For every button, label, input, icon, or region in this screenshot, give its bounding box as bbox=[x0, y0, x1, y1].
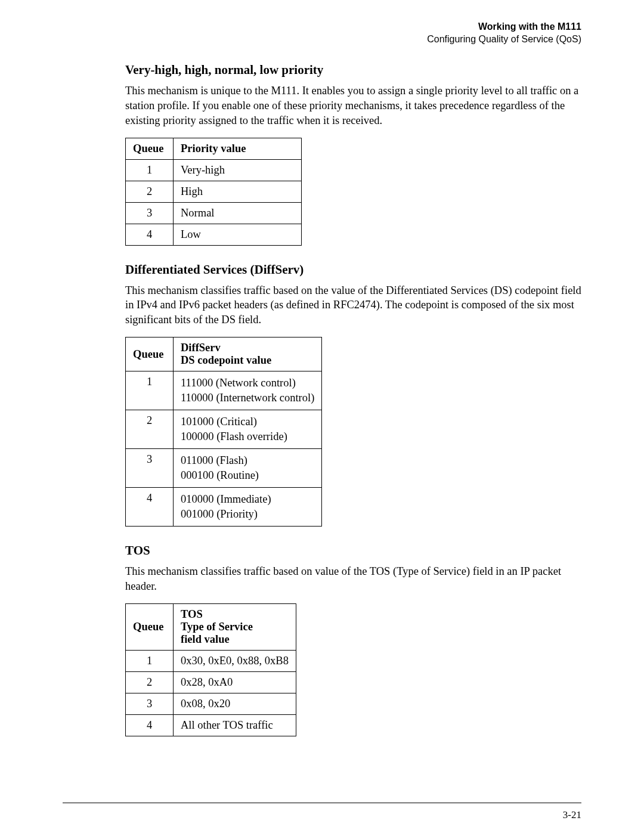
table-row: 3 0x08, 0x20 bbox=[126, 693, 296, 715]
cell-value: High bbox=[174, 181, 302, 202]
cell-value: 0x28, 0xA0 bbox=[174, 672, 296, 693]
cell-queue: 4 bbox=[126, 715, 174, 736]
cell-line: 111000 (Network control) bbox=[181, 376, 314, 391]
cell-queue: 2 bbox=[126, 181, 174, 202]
cell-queue: 2 bbox=[126, 672, 174, 693]
cell-value: All other TOS traffic bbox=[174, 715, 296, 736]
cell-queue: 2 bbox=[126, 410, 174, 449]
cell-queue: 1 bbox=[126, 159, 174, 181]
th-diffserv-value: DiffServ DS codepoint value bbox=[174, 337, 322, 371]
table-row: 2 High bbox=[126, 181, 302, 202]
cell-queue: 1 bbox=[126, 651, 174, 672]
cell-value: 101000 (Critical) 100000 (Flash override… bbox=[174, 410, 322, 449]
footer-rule bbox=[63, 803, 581, 803]
th-tos-value: TOS Type of Service field value bbox=[174, 604, 296, 651]
paragraph-tos: This mechanism classifies traffic based … bbox=[125, 564, 581, 594]
th-line: TOS bbox=[181, 608, 289, 621]
header-chapter: Working with the M111 bbox=[478, 21, 581, 32]
cell-value: 111000 (Network control) 110000 (Interne… bbox=[174, 371, 322, 410]
table-row: 4 All other TOS traffic bbox=[126, 715, 296, 736]
running-header: Working with the M111 Configuring Qualit… bbox=[125, 21, 581, 46]
cell-line: 110000 (Internetwork control) bbox=[181, 391, 314, 405]
cell-value: Low bbox=[174, 224, 302, 245]
table-row: 3 011000 (Flash) 000100 (Routine) bbox=[126, 449, 322, 488]
th-line: Type of Service bbox=[181, 621, 289, 633]
cell-line: 100000 (Flash override) bbox=[181, 429, 314, 444]
cell-queue: 1 bbox=[126, 371, 174, 410]
table-row: 4 010000 (Immediate) 001000 (Priority) bbox=[126, 488, 322, 527]
cell-line: 000100 (Routine) bbox=[181, 468, 314, 483]
page-number: 3-21 bbox=[563, 809, 581, 821]
cell-line: 011000 (Flash) bbox=[181, 453, 314, 468]
table-diffserv: Queue DiffServ DS codepoint value 1 1110… bbox=[125, 337, 322, 527]
cell-line: 010000 (Immediate) bbox=[181, 492, 314, 507]
table-row: 2 0x28, 0xA0 bbox=[126, 672, 296, 693]
cell-line: 001000 (Priority) bbox=[181, 507, 314, 522]
table-row: 1 111000 (Network control) 110000 (Inter… bbox=[126, 371, 322, 410]
th-line: DiffServ bbox=[181, 342, 314, 354]
paragraph-priority: This mechanism is unique to the M111. It… bbox=[125, 83, 581, 128]
th-line: DS codepoint value bbox=[181, 354, 314, 367]
cell-line: 101000 (Critical) bbox=[181, 414, 314, 429]
table-tos: Queue TOS Type of Service field value 1 … bbox=[125, 603, 296, 736]
page: Working with the M111 Configuring Qualit… bbox=[0, 0, 644, 833]
cell-queue: 3 bbox=[126, 693, 174, 715]
cell-value: Very-high bbox=[174, 159, 302, 181]
heading-tos: TOS bbox=[125, 543, 581, 558]
cell-value: Normal bbox=[174, 202, 302, 224]
heading-priority: Very-high, high, normal, low priority bbox=[125, 63, 581, 78]
th-line: field value bbox=[181, 633, 289, 646]
th-priority-value: Priority value bbox=[174, 138, 302, 159]
cell-queue: 3 bbox=[126, 202, 174, 224]
heading-diffserv: Differentiated Services (DiffServ) bbox=[125, 262, 581, 277]
cell-queue: 4 bbox=[126, 224, 174, 245]
cell-value: 010000 (Immediate) 001000 (Priority) bbox=[174, 488, 322, 527]
table-row: 4 Low bbox=[126, 224, 302, 245]
cell-value: 011000 (Flash) 000100 (Routine) bbox=[174, 449, 322, 488]
paragraph-diffserv: This mechanism classifies traffic based … bbox=[125, 283, 581, 328]
table-priority: Queue Priority value 1 Very-high 2 High … bbox=[125, 138, 302, 246]
table-row: 3 Normal bbox=[126, 202, 302, 224]
table-row: 2 101000 (Critical) 100000 (Flash overri… bbox=[126, 410, 322, 449]
table-row: 1 Very-high bbox=[126, 159, 302, 181]
cell-value: 0x30, 0xE0, 0x88, 0xB8 bbox=[174, 651, 296, 672]
cell-value: 0x08, 0x20 bbox=[174, 693, 296, 715]
th-queue: Queue bbox=[126, 138, 174, 159]
th-queue: Queue bbox=[126, 337, 174, 371]
cell-queue: 3 bbox=[126, 449, 174, 488]
cell-queue: 4 bbox=[126, 488, 174, 527]
header-section: Configuring Quality of Service (QoS) bbox=[427, 34, 581, 44]
table-row: 1 0x30, 0xE0, 0x88, 0xB8 bbox=[126, 651, 296, 672]
th-queue: Queue bbox=[126, 604, 174, 651]
